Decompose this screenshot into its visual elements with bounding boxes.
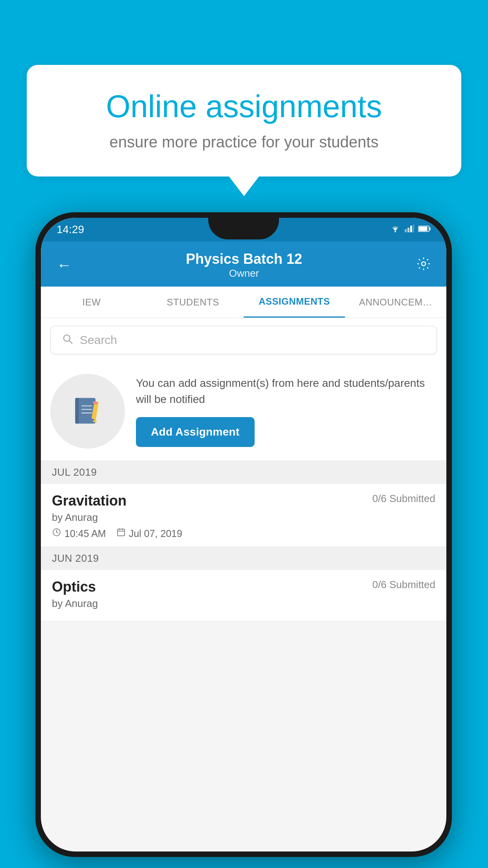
assignment-author-gravitation: by Anurag xyxy=(52,511,435,524)
header-title: Physics Batch 12 xyxy=(186,251,302,267)
header-title-group: Physics Batch 12 Owner xyxy=(186,251,302,280)
phone-screen: 14:29 xyxy=(41,218,446,851)
speech-bubble-container: Online assignments ensure more practice … xyxy=(27,65,461,177)
assignment-name-gravitation: Gravitation xyxy=(52,493,127,509)
assignment-submitted-optics: 0/6 Submitted xyxy=(372,579,435,591)
gravitation-time: 10:45 AM xyxy=(64,528,106,539)
speech-bubble: Online assignments ensure more practice … xyxy=(27,65,461,177)
svg-point-8 xyxy=(422,262,426,266)
assignment-date: Jul 07, 2019 xyxy=(116,528,182,539)
clock-icon xyxy=(52,528,61,539)
status-bar: 14:29 xyxy=(41,218,446,241)
assignment-prompt-text: You can add assignment(s) from here and … xyxy=(136,375,437,447)
status-time: 14:29 xyxy=(57,223,84,236)
back-button[interactable]: ← xyxy=(57,257,72,274)
signal-icon xyxy=(405,224,414,235)
tab-assignments[interactable]: ASSIGNMENTS xyxy=(244,287,345,318)
assignment-time: 10:45 AM xyxy=(52,528,106,539)
svg-rect-20 xyxy=(117,529,125,536)
content-area: Search xyxy=(41,318,446,621)
svg-rect-7 xyxy=(419,227,427,231)
svg-rect-4 xyxy=(413,224,414,232)
tab-students[interactable]: STUDENTS xyxy=(142,287,244,318)
optics-item-top: Optics 0/6 Submitted xyxy=(52,579,435,595)
assignment-prompt: You can add assignment(s) from here and … xyxy=(41,362,446,461)
tab-bar: IEW STUDENTS ASSIGNMENTS ANNOUNCEM… xyxy=(41,287,446,318)
svg-rect-12 xyxy=(75,398,79,423)
settings-icon[interactable] xyxy=(416,257,431,274)
app-header: ← Physics Batch 12 Owner xyxy=(41,241,446,287)
assignment-name-optics: Optics xyxy=(52,579,96,595)
assignment-submitted-gravitation: 0/6 Submitted xyxy=(372,493,435,505)
speech-bubble-subtitle: ensure more practice for your students xyxy=(54,133,434,151)
svg-rect-6 xyxy=(429,227,431,230)
assignment-meta-gravitation: 10:45 AM Jul 07, 2019 xyxy=(52,528,435,539)
search-bar-container: Search xyxy=(41,318,446,362)
speech-bubble-title: Online assignments xyxy=(54,88,434,125)
section-header-jun: JUN 2019 xyxy=(41,547,446,570)
assignment-item-top: Gravitation 0/6 Submitted xyxy=(52,493,435,509)
assignment-author-optics: by Anurag xyxy=(52,598,435,610)
phone-frame: 14:29 xyxy=(35,212,452,857)
search-placeholder: Search xyxy=(80,333,117,347)
battery-icon xyxy=(418,224,431,235)
assignment-icon-circle xyxy=(50,374,125,449)
svg-rect-2 xyxy=(407,228,409,232)
notch xyxy=(208,218,279,239)
search-bar[interactable]: Search xyxy=(50,326,437,354)
svg-line-10 xyxy=(69,340,72,344)
assignment-item-optics[interactable]: Optics 0/6 Submitted by Anurag xyxy=(41,570,446,621)
wifi-icon xyxy=(390,224,401,235)
add-assignment-button[interactable]: Add Assignment xyxy=(136,417,255,447)
tab-announcements[interactable]: ANNOUNCEM… xyxy=(345,287,446,318)
search-icon xyxy=(62,333,73,348)
tab-iew[interactable]: IEW xyxy=(41,287,142,318)
assignment-item-gravitation[interactable]: Gravitation 0/6 Submitted by Anurag 10:4… xyxy=(41,484,446,547)
svg-point-0 xyxy=(394,231,396,232)
header-subtitle: Owner xyxy=(186,267,302,280)
calendar-icon xyxy=(116,528,126,539)
svg-rect-1 xyxy=(405,229,407,232)
svg-point-9 xyxy=(64,335,70,341)
section-header-jul: JUL 2019 xyxy=(41,461,446,484)
svg-rect-3 xyxy=(410,226,412,232)
gravitation-date: Jul 07, 2019 xyxy=(129,528,182,539)
status-icons xyxy=(390,224,431,235)
assignment-prompt-desc: You can add assignment(s) from here and … xyxy=(136,375,437,407)
